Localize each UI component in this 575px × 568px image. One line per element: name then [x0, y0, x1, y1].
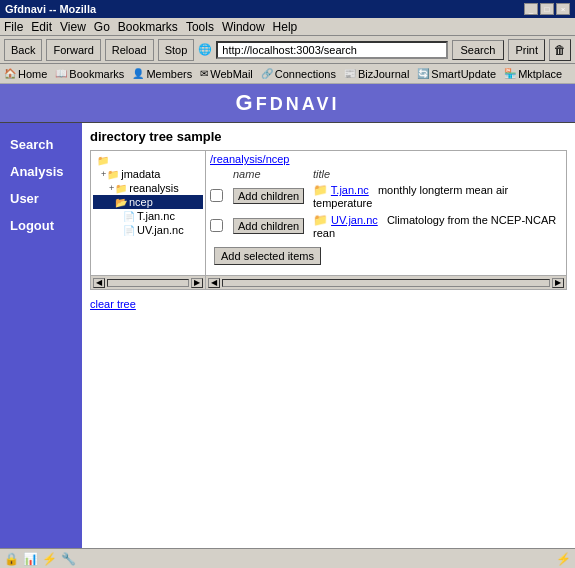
row2-file-icon: 📁 — [313, 213, 328, 227]
file-icon-uvjanc: 📄 — [123, 225, 135, 236]
menu-file[interactable]: File — [4, 20, 23, 34]
tree-scroll-right[interactable]: ▶ — [191, 278, 203, 288]
minimize-btn[interactable]: _ — [524, 3, 538, 15]
tree-scroll-area[interactable]: 📁 + 📁 jmadata + — [91, 151, 206, 275]
sidebar-user[interactable]: User — [0, 185, 82, 212]
bookmarks-bar: 🏠 Home 📖 Bookmarks 👤 Members ✉ WebMail 🔗… — [0, 64, 575, 84]
bookmark-bookmarks-label: Bookmarks — [69, 68, 124, 80]
window-title: Gfdnavi -- Mozilla — [5, 3, 96, 15]
print-button[interactable]: Print — [508, 39, 545, 61]
tree-label-reanalysis: reanalysis — [129, 182, 179, 194]
bookmarks-icon: 📖 — [55, 68, 67, 79]
bookmark-members-label: Members — [146, 68, 192, 80]
row1-filename-link[interactable]: T.jan.nc — [331, 184, 369, 196]
menu-bookmarks[interactable]: Bookmarks — [118, 20, 178, 34]
breadcrumb-path[interactable]: /reanalysis/ncep — [206, 151, 566, 167]
menu-view[interactable]: View — [60, 20, 86, 34]
main-panel: directory tree sample 📁 — [82, 123, 575, 548]
webmail-icon: ✉ — [200, 68, 208, 79]
sidebar-analysis[interactable]: Analysis — [0, 158, 82, 185]
main-container: GFDNAVI Search Analysis User Logout dire… — [0, 84, 575, 548]
stop-button[interactable]: Stop — [158, 39, 195, 61]
row1-checkbox-cell — [206, 181, 229, 211]
add-selected-container: Add selected items — [206, 241, 566, 271]
search-button[interactable]: Search — [452, 40, 505, 60]
row1-checkbox[interactable] — [210, 189, 223, 202]
add-selected-button[interactable]: Add selected items — [214, 247, 321, 265]
table-header-row: name title — [206, 167, 566, 181]
trash-button[interactable]: 🗑 — [549, 39, 571, 61]
forward-button[interactable]: Forward — [46, 39, 100, 61]
folder-icon-ncep: 📂 — [115, 197, 127, 208]
tree-label-uvjanc: UV.jan.nc — [137, 224, 184, 236]
row1-file-cell: 📁 T.jan.nc monthly longterm mean air tem… — [309, 181, 566, 211]
bizjournal-icon: 📰 — [344, 68, 356, 79]
col-title-header: title — [309, 167, 566, 181]
tree-scroll-left[interactable]: ◀ — [93, 278, 105, 288]
file-scroll-right[interactable]: ▶ — [552, 278, 564, 288]
back-button[interactable]: Back — [4, 39, 42, 61]
bookmark-connections[interactable]: 🔗 Connections — [261, 68, 336, 80]
address-bar: 🌐 Search — [198, 40, 504, 60]
reload-button[interactable]: Reload — [105, 39, 154, 61]
status-right: ⚡ — [556, 552, 571, 566]
title-header-label: title — [313, 168, 330, 180]
row1-name-cell: Add children — [229, 181, 309, 211]
file-scroll-track[interactable] — [222, 279, 550, 287]
bookmark-webmail[interactable]: ✉ WebMail — [200, 68, 253, 80]
tree-item-uvjanc[interactable]: 📄 UV.jan.nc — [93, 223, 203, 237]
tree-item-reanalysis[interactable]: + 📁 reanalysis — [93, 181, 203, 195]
address-input[interactable] — [216, 41, 447, 59]
status-bar: 🔒 📊 ⚡ 🔧 ⚡ — [0, 548, 575, 568]
tree-item-root[interactable]: 📁 — [93, 153, 203, 167]
tree-item-tjanc[interactable]: 📄 T.jan.nc — [93, 209, 203, 223]
file-scrollbar[interactable]: ◀ ▶ — [206, 275, 566, 289]
file-icon-tjanc: 📄 — [123, 211, 135, 222]
row1-file-icon: 📁 — [313, 183, 328, 197]
page-header: GFDNAVI — [0, 84, 575, 123]
bookmark-bizjournal[interactable]: 📰 BizJournal — [344, 68, 409, 80]
row2-checkbox-cell — [206, 211, 229, 241]
menu-tools[interactable]: Tools — [186, 20, 214, 34]
status-icon-3: ⚡ — [42, 552, 57, 566]
tree-label-ncep: ncep — [129, 196, 153, 208]
row2-add-children-btn[interactable]: Add children — [233, 218, 304, 234]
bookmark-home[interactable]: 🏠 Home — [4, 68, 47, 80]
menu-go[interactable]: Go — [94, 20, 110, 34]
maximize-btn[interactable]: □ — [540, 3, 554, 15]
menu-window[interactable]: Window — [222, 20, 265, 34]
bookmark-bookmarks[interactable]: 📖 Bookmarks — [55, 68, 124, 80]
folder-icon-reanalysis: 📁 — [115, 183, 127, 194]
close-btn[interactable]: × — [556, 3, 570, 15]
status-left: 🔒 📊 ⚡ 🔧 — [4, 552, 76, 566]
tree-scroll-track[interactable] — [107, 279, 189, 287]
row2-filename-link[interactable]: UV.jan.nc — [331, 214, 378, 226]
content-area: Search Analysis User Logout directory tr… — [0, 123, 575, 548]
bookmark-members[interactable]: 👤 Members — [132, 68, 192, 80]
sidebar-logout[interactable]: Logout — [0, 212, 82, 239]
menu-help[interactable]: Help — [273, 20, 298, 34]
file-scroll-left[interactable]: ◀ — [208, 278, 220, 288]
smartupdate-icon: 🔄 — [417, 68, 429, 79]
tree-item-jmadata[interactable]: + 📁 jmadata — [93, 167, 203, 181]
file-table: name title — [206, 167, 566, 241]
clear-tree-link[interactable]: clear tree — [90, 298, 136, 310]
clear-tree-container: clear tree — [90, 294, 567, 311]
tree-item-ncep[interactable]: 📂 ncep — [93, 195, 203, 209]
sidebar: Search Analysis User Logout — [0, 123, 82, 548]
tree-panel: 📁 + 📁 jmadata + — [91, 151, 206, 289]
window-title-bar: Gfdnavi -- Mozilla _ □ × — [0, 0, 575, 18]
table-row: Add children 📁 T.jan.nc monthly longterm… — [206, 181, 566, 211]
bookmark-smartupdate[interactable]: 🔄 SmartUpdate — [417, 68, 496, 80]
menu-edit[interactable]: Edit — [31, 20, 52, 34]
tree-scrollbar[interactable]: ◀ ▶ — [91, 275, 205, 289]
expand-icon: + — [101, 169, 106, 179]
row2-checkbox[interactable] — [210, 219, 223, 232]
tree-label-tjanc: T.jan.nc — [137, 210, 175, 222]
window-controls[interactable]: _ □ × — [524, 3, 570, 15]
file-panel[interactable]: /reanalysis/ncep name title — [206, 151, 566, 275]
root-label — [111, 154, 114, 166]
sidebar-search[interactable]: Search — [0, 131, 82, 158]
bookmark-mktplace[interactable]: 🏪 Mktplace — [504, 68, 562, 80]
row1-add-children-btn[interactable]: Add children — [233, 188, 304, 204]
